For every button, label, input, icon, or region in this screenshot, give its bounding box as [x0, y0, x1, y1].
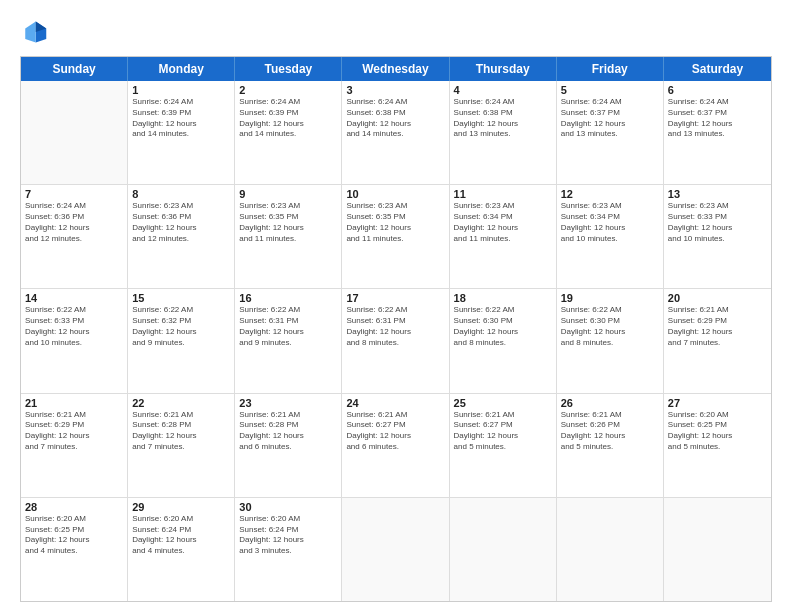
- cell-info: Sunrise: 6:24 AM Sunset: 6:38 PM Dayligh…: [346, 97, 444, 140]
- day-number: 6: [668, 84, 767, 96]
- cal-cell: 8Sunrise: 6:23 AM Sunset: 6:36 PM Daylig…: [128, 185, 235, 288]
- cell-info: Sunrise: 6:24 AM Sunset: 6:38 PM Dayligh…: [454, 97, 552, 140]
- day-number: 27: [668, 397, 767, 409]
- day-number: 4: [454, 84, 552, 96]
- cal-cell: 6Sunrise: 6:24 AM Sunset: 6:37 PM Daylig…: [664, 81, 771, 184]
- cal-cell: [557, 498, 664, 601]
- cal-cell: 1Sunrise: 6:24 AM Sunset: 6:39 PM Daylig…: [128, 81, 235, 184]
- cell-info: Sunrise: 6:21 AM Sunset: 6:29 PM Dayligh…: [25, 410, 123, 453]
- day-number: 30: [239, 501, 337, 513]
- cell-info: Sunrise: 6:22 AM Sunset: 6:32 PM Dayligh…: [132, 305, 230, 348]
- header-day-tuesday: Tuesday: [235, 57, 342, 81]
- cell-info: Sunrise: 6:22 AM Sunset: 6:30 PM Dayligh…: [454, 305, 552, 348]
- cal-cell: 17Sunrise: 6:22 AM Sunset: 6:31 PM Dayli…: [342, 289, 449, 392]
- cal-cell: 19Sunrise: 6:22 AM Sunset: 6:30 PM Dayli…: [557, 289, 664, 392]
- day-number: 29: [132, 501, 230, 513]
- svg-marker-1: [25, 22, 36, 43]
- cal-cell: 16Sunrise: 6:22 AM Sunset: 6:31 PM Dayli…: [235, 289, 342, 392]
- day-number: 22: [132, 397, 230, 409]
- day-number: 21: [25, 397, 123, 409]
- cell-info: Sunrise: 6:23 AM Sunset: 6:36 PM Dayligh…: [132, 201, 230, 244]
- header-day-wednesday: Wednesday: [342, 57, 449, 81]
- calendar-body: 1Sunrise: 6:24 AM Sunset: 6:39 PM Daylig…: [21, 81, 771, 601]
- header-day-friday: Friday: [557, 57, 664, 81]
- cell-info: Sunrise: 6:20 AM Sunset: 6:24 PM Dayligh…: [239, 514, 337, 557]
- day-number: 16: [239, 292, 337, 304]
- cell-info: Sunrise: 6:24 AM Sunset: 6:39 PM Dayligh…: [239, 97, 337, 140]
- day-number: 15: [132, 292, 230, 304]
- cal-cell: 25Sunrise: 6:21 AM Sunset: 6:27 PM Dayli…: [450, 394, 557, 497]
- cell-info: Sunrise: 6:20 AM Sunset: 6:25 PM Dayligh…: [25, 514, 123, 557]
- cal-cell: 28Sunrise: 6:20 AM Sunset: 6:25 PM Dayli…: [21, 498, 128, 601]
- cal-cell: 18Sunrise: 6:22 AM Sunset: 6:30 PM Dayli…: [450, 289, 557, 392]
- week-row-2: 7Sunrise: 6:24 AM Sunset: 6:36 PM Daylig…: [21, 185, 771, 289]
- cell-info: Sunrise: 6:23 AM Sunset: 6:34 PM Dayligh…: [454, 201, 552, 244]
- cal-cell: 7Sunrise: 6:24 AM Sunset: 6:36 PM Daylig…: [21, 185, 128, 288]
- cell-info: Sunrise: 6:22 AM Sunset: 6:33 PM Dayligh…: [25, 305, 123, 348]
- cell-info: Sunrise: 6:24 AM Sunset: 6:36 PM Dayligh…: [25, 201, 123, 244]
- cell-info: Sunrise: 6:21 AM Sunset: 6:27 PM Dayligh…: [454, 410, 552, 453]
- cell-info: Sunrise: 6:21 AM Sunset: 6:26 PM Dayligh…: [561, 410, 659, 453]
- cell-info: Sunrise: 6:22 AM Sunset: 6:30 PM Dayligh…: [561, 305, 659, 348]
- cal-cell: 15Sunrise: 6:22 AM Sunset: 6:32 PM Dayli…: [128, 289, 235, 392]
- cal-cell: 14Sunrise: 6:22 AM Sunset: 6:33 PM Dayli…: [21, 289, 128, 392]
- cal-cell: [664, 498, 771, 601]
- cell-info: Sunrise: 6:20 AM Sunset: 6:24 PM Dayligh…: [132, 514, 230, 557]
- cell-info: Sunrise: 6:23 AM Sunset: 6:35 PM Dayligh…: [346, 201, 444, 244]
- cell-info: Sunrise: 6:23 AM Sunset: 6:34 PM Dayligh…: [561, 201, 659, 244]
- cal-cell: 22Sunrise: 6:21 AM Sunset: 6:28 PM Dayli…: [128, 394, 235, 497]
- cal-cell: [21, 81, 128, 184]
- cell-info: Sunrise: 6:22 AM Sunset: 6:31 PM Dayligh…: [239, 305, 337, 348]
- cal-cell: 30Sunrise: 6:20 AM Sunset: 6:24 PM Dayli…: [235, 498, 342, 601]
- day-number: 3: [346, 84, 444, 96]
- header-day-thursday: Thursday: [450, 57, 557, 81]
- cal-cell: 24Sunrise: 6:21 AM Sunset: 6:27 PM Dayli…: [342, 394, 449, 497]
- day-number: 8: [132, 188, 230, 200]
- day-number: 12: [561, 188, 659, 200]
- cell-info: Sunrise: 6:21 AM Sunset: 6:29 PM Dayligh…: [668, 305, 767, 348]
- cal-cell: 10Sunrise: 6:23 AM Sunset: 6:35 PM Dayli…: [342, 185, 449, 288]
- day-number: 23: [239, 397, 337, 409]
- day-number: 19: [561, 292, 659, 304]
- day-number: 9: [239, 188, 337, 200]
- day-number: 7: [25, 188, 123, 200]
- cal-cell: 23Sunrise: 6:21 AM Sunset: 6:28 PM Dayli…: [235, 394, 342, 497]
- cal-cell: 27Sunrise: 6:20 AM Sunset: 6:25 PM Dayli…: [664, 394, 771, 497]
- logo-icon: [20, 18, 48, 46]
- cell-info: Sunrise: 6:20 AM Sunset: 6:25 PM Dayligh…: [668, 410, 767, 453]
- header: [20, 18, 772, 46]
- day-number: 1: [132, 84, 230, 96]
- cal-cell: [342, 498, 449, 601]
- cell-info: Sunrise: 6:24 AM Sunset: 6:37 PM Dayligh…: [561, 97, 659, 140]
- header-day-sunday: Sunday: [21, 57, 128, 81]
- day-number: 11: [454, 188, 552, 200]
- cal-cell: 29Sunrise: 6:20 AM Sunset: 6:24 PM Dayli…: [128, 498, 235, 601]
- cal-cell: 12Sunrise: 6:23 AM Sunset: 6:34 PM Dayli…: [557, 185, 664, 288]
- day-number: 24: [346, 397, 444, 409]
- cal-cell: 13Sunrise: 6:23 AM Sunset: 6:33 PM Dayli…: [664, 185, 771, 288]
- cal-cell: 26Sunrise: 6:21 AM Sunset: 6:26 PM Dayli…: [557, 394, 664, 497]
- day-number: 10: [346, 188, 444, 200]
- cal-cell: [450, 498, 557, 601]
- cell-info: Sunrise: 6:21 AM Sunset: 6:27 PM Dayligh…: [346, 410, 444, 453]
- day-number: 17: [346, 292, 444, 304]
- cal-cell: 9Sunrise: 6:23 AM Sunset: 6:35 PM Daylig…: [235, 185, 342, 288]
- cal-cell: 3Sunrise: 6:24 AM Sunset: 6:38 PM Daylig…: [342, 81, 449, 184]
- day-number: 18: [454, 292, 552, 304]
- cell-info: Sunrise: 6:24 AM Sunset: 6:39 PM Dayligh…: [132, 97, 230, 140]
- cell-info: Sunrise: 6:23 AM Sunset: 6:35 PM Dayligh…: [239, 201, 337, 244]
- day-number: 13: [668, 188, 767, 200]
- cell-info: Sunrise: 6:23 AM Sunset: 6:33 PM Dayligh…: [668, 201, 767, 244]
- page: SundayMondayTuesdayWednesdayThursdayFrid…: [0, 0, 792, 612]
- logo: [20, 18, 52, 46]
- day-number: 2: [239, 84, 337, 96]
- cal-cell: 20Sunrise: 6:21 AM Sunset: 6:29 PM Dayli…: [664, 289, 771, 392]
- cell-info: Sunrise: 6:22 AM Sunset: 6:31 PM Dayligh…: [346, 305, 444, 348]
- cal-cell: 11Sunrise: 6:23 AM Sunset: 6:34 PM Dayli…: [450, 185, 557, 288]
- cal-cell: 5Sunrise: 6:24 AM Sunset: 6:37 PM Daylig…: [557, 81, 664, 184]
- cell-info: Sunrise: 6:21 AM Sunset: 6:28 PM Dayligh…: [132, 410, 230, 453]
- cell-info: Sunrise: 6:24 AM Sunset: 6:37 PM Dayligh…: [668, 97, 767, 140]
- day-number: 20: [668, 292, 767, 304]
- day-number: 28: [25, 501, 123, 513]
- calendar-header: SundayMondayTuesdayWednesdayThursdayFrid…: [21, 57, 771, 81]
